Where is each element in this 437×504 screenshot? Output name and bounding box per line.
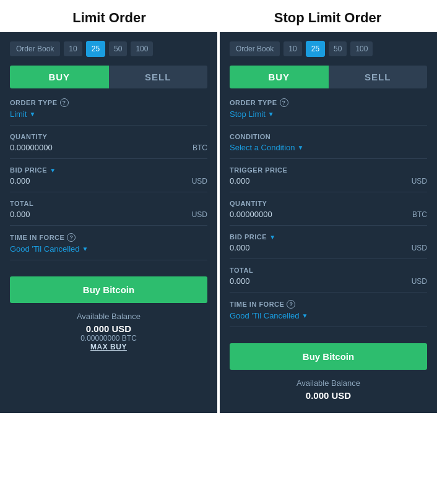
- bid-price-value[interactable]: 0.000: [10, 176, 30, 186]
- bid-price-unit: USD: [192, 177, 207, 186]
- orderbook-option-25[interactable]: 25: [86, 41, 105, 57]
- trigger-price-group: TRIGGER PRICE 0.000 USD: [230, 166, 427, 192]
- sell-button[interactable]: SELL: [109, 66, 208, 88]
- orderbook-row: Order Book 10 25 50 100: [10, 41, 207, 57]
- stop-quantity-value[interactable]: 0.00000000: [230, 210, 272, 219]
- max-buy-link[interactable]: MAX BUY: [10, 343, 207, 351]
- stop-buysell-row: BUY SELL: [230, 66, 427, 88]
- stop-bid-price-value-row: 0.000 USD: [230, 243, 427, 252]
- stop-quantity-unit: BTC: [412, 210, 427, 219]
- stop-order-type-chevron-icon: ▼: [268, 111, 274, 117]
- time-in-force-group: TIME IN FORCE ? Good 'Til Cancelled ▼: [10, 233, 207, 260]
- bid-price-chevron-icon: ▼: [50, 167, 56, 174]
- balance-section: Available Balance 0.000 USD 0.00000000 B…: [10, 312, 207, 351]
- time-in-force-help-icon[interactable]: ?: [67, 233, 76, 242]
- order-type-help-icon[interactable]: ?: [60, 98, 69, 107]
- stop-usd-balance: 0.000 USD: [230, 390, 427, 401]
- stop-limit-order-title: Stop Limit Order: [218, 0, 437, 32]
- stop-buy-button[interactable]: BUY: [230, 66, 329, 88]
- trigger-price-value-row: 0.000 USD: [230, 176, 427, 186]
- order-type-label: ORDER TYPE ?: [10, 98, 207, 107]
- stop-bid-price-value[interactable]: 0.000: [230, 243, 250, 252]
- available-balance-label: Available Balance: [10, 312, 207, 321]
- stop-orderbook-option-10[interactable]: 10: [283, 41, 301, 56]
- stop-time-in-force-chevron-icon: ▼: [302, 312, 308, 319]
- quantity-unit: BTC: [193, 143, 207, 152]
- stop-total-value[interactable]: 0.000: [230, 276, 250, 286]
- stop-orderbook-option-50[interactable]: 50: [329, 41, 347, 56]
- stop-sell-button[interactable]: SELL: [329, 66, 428, 88]
- stop-order-type-label: ORDER TYPE ?: [230, 98, 427, 107]
- orderbook-option-10[interactable]: 10: [64, 41, 82, 56]
- trigger-price-unit: USD: [412, 177, 427, 186]
- stop-time-in-force-dropdown[interactable]: Good 'Til Cancelled ▼: [230, 311, 427, 320]
- stop-total-unit: USD: [412, 277, 427, 286]
- total-label: TOTAL: [10, 200, 207, 207]
- stop-buy-bitcoin-button[interactable]: Buy Bitcoin: [230, 343, 427, 370]
- stop-orderbook-option-25[interactable]: 25: [306, 41, 325, 57]
- quantity-value-row: 0.00000000 BTC: [10, 143, 207, 152]
- bid-price-dropdown[interactable]: BID PRICE ▼: [10, 166, 56, 174]
- stop-quantity-label: QUANTITY: [230, 200, 427, 207]
- order-type-dropdown[interactable]: Limit ▼: [10, 109, 207, 119]
- btc-balance: 0.00000000 BTC: [10, 334, 207, 343]
- orderbook-option-50[interactable]: 50: [109, 41, 127, 56]
- trigger-price-value[interactable]: 0.000: [230, 176, 250, 186]
- bid-price-group: BID PRICE ▼ 0.000 USD: [10, 166, 207, 192]
- stop-bid-price-group: BID PRICE ▼ 0.000 USD: [230, 233, 427, 259]
- stop-bid-price-chevron-icon: ▼: [269, 234, 275, 241]
- stop-order-type-group: ORDER TYPE ? Stop Limit ▼: [230, 98, 427, 126]
- limit-order-title: Limit Order: [0, 0, 218, 32]
- condition-group: CONDITION Select a Condition ▼: [230, 133, 427, 159]
- stop-orderbook-option-100[interactable]: 100: [350, 41, 373, 56]
- stop-quantity-group: QUANTITY 0.00000000 BTC: [230, 200, 427, 226]
- stop-bid-price-label: BID PRICE ▼: [230, 233, 427, 241]
- quantity-label: QUANTITY: [10, 133, 207, 140]
- stop-time-in-force-label: TIME IN FORCE ?: [230, 300, 427, 309]
- quantity-value[interactable]: 0.00000000: [10, 143, 53, 152]
- stop-total-label: TOTAL: [230, 267, 427, 274]
- limit-order-panel: Order Book 10 25 50 100 BUY SELL ORDER T…: [0, 32, 220, 413]
- condition-label: CONDITION: [230, 133, 427, 140]
- total-value-row: 0.000 USD: [10, 210, 207, 219]
- stop-total-group: TOTAL 0.000 USD: [230, 267, 427, 293]
- stop-available-balance-label: Available Balance: [230, 378, 427, 388]
- order-type-chevron-icon: ▼: [29, 111, 35, 117]
- time-in-force-dropdown[interactable]: Good 'Til Cancelled ▼: [10, 244, 207, 254]
- time-in-force-chevron-icon: ▼: [82, 246, 89, 252]
- condition-chevron-icon: ▼: [298, 144, 304, 151]
- total-unit: USD: [192, 210, 207, 219]
- buy-bitcoin-button[interactable]: Buy Bitcoin: [10, 276, 207, 303]
- stop-orderbook-row: Order Book 10 25 50 100: [230, 41, 427, 57]
- stop-bid-price-dropdown[interactable]: BID PRICE ▼: [230, 233, 276, 241]
- time-in-force-label: TIME IN FORCE ?: [10, 233, 207, 242]
- stop-time-in-force-group: TIME IN FORCE ? Good 'Til Cancelled ▼: [230, 300, 427, 327]
- buysell-row: BUY SELL: [10, 66, 207, 88]
- orderbook-label: Order Book: [10, 41, 60, 56]
- stop-orderbook-label: Order Book: [230, 41, 280, 56]
- condition-dropdown[interactable]: Select a Condition ▼: [230, 143, 427, 152]
- stop-order-type-help-icon[interactable]: ?: [280, 98, 288, 107]
- trigger-price-label: TRIGGER PRICE: [230, 166, 427, 174]
- usd-balance: 0.000 USD: [10, 323, 207, 334]
- stop-balance-section: Available Balance 0.000 USD: [230, 378, 427, 401]
- total-group: TOTAL 0.000 USD: [10, 200, 207, 226]
- order-type-group: ORDER TYPE ? Limit ▼: [10, 98, 207, 126]
- stop-total-value-row: 0.000 USD: [230, 276, 427, 286]
- stop-quantity-value-row: 0.00000000 BTC: [230, 210, 427, 219]
- bid-price-label: BID PRICE ▼: [10, 166, 207, 174]
- orderbook-option-100[interactable]: 100: [131, 41, 153, 56]
- stop-order-type-dropdown[interactable]: Stop Limit ▼: [230, 109, 427, 119]
- stop-time-in-force-help-icon[interactable]: ?: [287, 300, 295, 309]
- stop-bid-price-unit: USD: [412, 244, 427, 252]
- bid-price-value-row: 0.000 USD: [10, 176, 207, 186]
- stop-limit-order-panel: Order Book 10 25 50 100 BUY SELL ORDER T…: [220, 32, 437, 413]
- quantity-group: QUANTITY 0.00000000 BTC: [10, 133, 207, 159]
- buy-button[interactable]: BUY: [10, 66, 109, 88]
- total-value[interactable]: 0.000: [10, 210, 30, 219]
